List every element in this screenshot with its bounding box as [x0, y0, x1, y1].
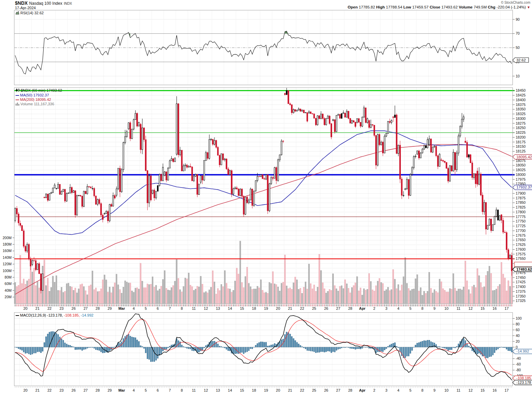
- high-label: High: [376, 5, 385, 9]
- date-label-main: 12: [468, 306, 473, 310]
- price-axis-label: 17450: [516, 275, 526, 280]
- macd-legend: MACD(12,26,9) -123.178, -108.185, -14.99…: [16, 313, 93, 318]
- macd-legend-name: MACD(12,26,9) -123.178,: [20, 313, 63, 317]
- date-label-macd: 19: [264, 388, 268, 392]
- stockcharts-chart-page: 1732517350173751740017425174501747517500…: [0, 0, 532, 393]
- chart-canvas: 1732517350173751740017425174501747517500…: [0, 0, 532, 393]
- date-label-main: 3: [385, 306, 387, 310]
- date-label-main: 13: [216, 306, 220, 310]
- ma50-legend-label: MA(50) 17932.37: [20, 93, 49, 97]
- date-label-main: 22: [300, 306, 304, 310]
- date-label-main: 17: [504, 306, 509, 310]
- price-axis-label: 17325: [516, 299, 526, 303]
- price-axis-label: 17600: [516, 247, 526, 251]
- date-label-macd: 14: [228, 388, 232, 392]
- date-label-main: 16: [493, 306, 497, 310]
- date-label-main: 26: [324, 306, 328, 310]
- macd-axis-label: 20: [516, 339, 520, 343]
- date-label-macd: 15: [240, 388, 244, 392]
- chg-dropdown-icon[interactable]: ▼: [527, 5, 530, 9]
- macd-axis-label: 60: [516, 328, 520, 332]
- macd-axis-label: 0: [516, 345, 518, 349]
- date-label-main: 23: [59, 306, 64, 310]
- price-axis-label: 18225: [516, 130, 526, 135]
- date-label-macd: 10: [444, 388, 448, 392]
- date-label-main: 11: [457, 306, 460, 310]
- date-label-main: Apr: [359, 306, 366, 310]
- date-label-macd: 22: [48, 388, 52, 392]
- date-label-main: 29: [107, 306, 111, 310]
- rsi-area-icon: [16, 11, 19, 15]
- quote-header: © StockCharts.com Open 17785.82 High 177…: [348, 1, 530, 9]
- macd-axis-label: 40: [516, 334, 520, 338]
- copyright: © StockCharts.com: [348, 1, 530, 4]
- price-axis-label: 17425: [516, 280, 526, 284]
- price-axis-label: 18375: [516, 103, 526, 107]
- price-axis-label: 17375: [516, 289, 526, 293]
- date-label-macd: 20: [276, 388, 280, 392]
- price-axis-label: 18125: [516, 149, 526, 153]
- date-label-main: 21: [35, 306, 39, 310]
- date-label-macd: 16: [493, 388, 497, 392]
- hidden-callout-box: [514, 262, 532, 267]
- date-label-main: 4: [397, 306, 399, 310]
- rsi-axis-label: 10: [516, 74, 520, 78]
- price-axis-label: 18175: [516, 140, 526, 144]
- price-axis-label: 17850: [516, 200, 526, 204]
- macd-hist-value: -14.992: [81, 313, 93, 317]
- date-label-macd: 5: [145, 388, 147, 392]
- price-axis-label: 17775: [516, 215, 526, 219]
- open-value: 17785.82: [359, 5, 375, 9]
- date-label-main: Mar: [118, 306, 125, 310]
- volume-axis-label: 140M: [3, 255, 12, 260]
- rsi-axis-label: 50: [516, 46, 520, 50]
- axis-labels: 1732517350173751740017425174501747517500…: [3, 17, 526, 378]
- date-label-main: 10: [444, 306, 448, 310]
- price-axis-label: 17975: [516, 177, 526, 181]
- date-label-macd: 28: [348, 388, 352, 392]
- volume-legend-label: Volume 111,167,336: [20, 102, 54, 106]
- price-axis-label: 17675: [516, 233, 526, 237]
- price-axis-label: 18425: [516, 93, 526, 97]
- callout-value: 18095.42: [516, 155, 532, 159]
- ma200-legend: MA(200) 18095.42: [16, 97, 51, 102]
- volume-axis-label: 80M: [5, 275, 12, 279]
- callout-value: -14.992: [516, 349, 529, 353]
- date-label-macd: 6: [157, 388, 159, 392]
- date-label-macd: 11: [192, 388, 196, 392]
- symbol-exchange: INDX: [64, 2, 72, 5]
- volume-label: Volume: [459, 5, 473, 9]
- price-axis-label: 17825: [516, 205, 526, 209]
- price-axis-label: 17725: [516, 224, 526, 228]
- date-label-main: 5: [409, 306, 411, 310]
- date-label-main: 5: [145, 306, 147, 310]
- price-axis-label: 18300: [516, 117, 526, 121]
- price-axis-label: 17700: [516, 229, 526, 233]
- macd-axis-label: -60: [516, 362, 521, 366]
- macd-signal-value: -108.185,: [64, 313, 80, 317]
- price-axis-label: 17550: [516, 256, 526, 261]
- date-label-macd: Mar: [118, 388, 125, 392]
- callout-value: 17493.62: [516, 267, 532, 271]
- price-axis-label: 18325: [516, 112, 526, 116]
- chg-label: Chg: [488, 5, 495, 9]
- date-label-macd: 17: [504, 388, 509, 392]
- date-label-macd: 9: [433, 388, 435, 392]
- price-panel-border: [14, 88, 513, 304]
- macd-axis-label: 80: [516, 322, 520, 326]
- price-axis-label: 17750: [516, 219, 526, 223]
- date-label-macd: 18: [252, 388, 256, 392]
- low-value: 17459.57: [412, 5, 429, 9]
- ma50-line: [15, 131, 512, 234]
- date-label-main: 26: [71, 306, 75, 310]
- date-label-main: 22: [48, 306, 52, 310]
- rsi-line: [15, 31, 512, 74]
- symbol-ticker: $NDX: [15, 0, 28, 6]
- ma50-legend: MA(50) 17932.37: [16, 93, 49, 97]
- price-axis-label: 18025: [516, 168, 526, 172]
- price-axis-label: 17625: [516, 243, 526, 247]
- ma200-legend-label: MA(200) 18095.42: [20, 97, 51, 102]
- ohlc-quote-line: Open 17785.82 High 17788.54 Low 17459.57…: [348, 5, 530, 9]
- date-label-main: 20: [276, 306, 280, 310]
- date-label-macd: 22: [300, 388, 304, 392]
